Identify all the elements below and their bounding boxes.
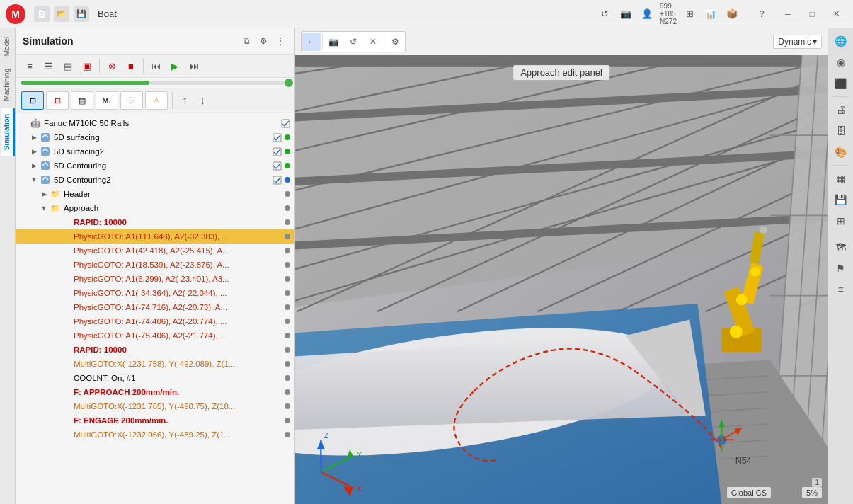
grid-3d-icon[interactable]: ⊞ (831, 211, 851, 231)
play-button[interactable]: ▶ (166, 57, 183, 74)
tree-item-pgoto8[interactable]: PhysicGOTO: A1(-75.406), A2(-21.774), ..… (16, 328, 294, 343)
expand-icon-surf2[interactable]: ▶ (30, 147, 38, 156)
tree-item-pgoto1[interactable]: PhysicGOTO: A1(111.648), A2(-32.383), ..… (16, 229, 294, 244)
highlight-button[interactable]: ▣ (79, 57, 96, 74)
more-icon[interactable]: ⋮ (273, 34, 287, 48)
camera-tool[interactable]: 📷 (617, 5, 635, 23)
tree-item-pgoto7[interactable]: PhysicGOTO: A1(-74.406), A2(-20.774), ..… (16, 314, 294, 328)
m1-button[interactable]: M₁ (96, 91, 118, 110)
tree-item-robot[interactable]: 🤖Fanuc M710IC 50 Rails (16, 116, 294, 130)
item-icon-pgoto7 (59, 316, 71, 327)
tree-item-mgoto3[interactable]: MultiGOTO:X(-1232.066), Y(-489.25), Z(1.… (16, 428, 294, 442)
rotate-left-tool[interactable]: ↺ (595, 5, 614, 23)
map-icon[interactable]: 🗺 (831, 237, 851, 257)
tree-item-fengage[interactable]: F: ENGAGE 200mm/min. (16, 413, 294, 428)
expand-icon-cont1[interactable]: ▶ (30, 161, 38, 170)
person-tool[interactable]: 👤 (638, 5, 656, 23)
tree-item-mgoto2[interactable]: MultiGOTO:X(-1231.765), Y(-490.75), Z(18… (16, 399, 294, 413)
minimize-button[interactable]: ─ (777, 6, 799, 23)
open-file-button[interactable]: 📂 (54, 6, 69, 22)
maximize-button[interactable]: □ (801, 6, 823, 23)
layers-icon[interactable]: ◉ (831, 52, 851, 72)
view-mode-2-button[interactable]: ⊟ (46, 91, 69, 110)
align-right-button[interactable]: ▤ (59, 57, 76, 74)
item-check-cont2[interactable] (272, 175, 282, 185)
item-check-surf2[interactable] (272, 147, 282, 156)
tree-item-pgoto4[interactable]: PhysicGOTO: A1(6.299), A2(-23.401), A3..… (16, 272, 294, 286)
dynamic-dropdown[interactable]: Dynamic ▾ (773, 35, 822, 49)
tree-item-cont2[interactable]: ▼5D Contouring2 (16, 173, 294, 187)
chart-tool[interactable]: 📊 (702, 5, 720, 23)
progress-thumb[interactable] (285, 79, 293, 87)
next-button[interactable]: ⏭ (185, 57, 202, 74)
tree-item-pgoto6[interactable]: PhysicGOTO: A1(-74.716), A2(-20.73), A..… (16, 300, 294, 314)
item-label-pgoto3: PhysicGOTO: A1(18.539), A2(-23.876), A..… (74, 260, 282, 269)
tree-item-cont1[interactable]: ▶5D Contouring (16, 159, 294, 173)
align-left-button[interactable]: ≡ (21, 57, 38, 74)
tree-item-approach[interactable]: ▼📁Approach (16, 201, 294, 215)
tree-item-pgoto3[interactable]: PhysicGOTO: A1(18.539), A2(-23.876), A..… (16, 258, 294, 272)
viewport-toolbar: ← 📷 ↺ ✕ ⚙ Dynamic ▾ (295, 28, 828, 55)
tree-item-pgoto2[interactable]: PhysicGOTO: A1(42.418), A2(-25.415), A..… (16, 244, 294, 258)
warning-button[interactable]: ⚠ (145, 91, 168, 110)
sidebar-item-model[interactable]: Model (1, 31, 15, 62)
view-mode-3-button[interactable]: ▤ (71, 91, 93, 110)
viewport[interactable]: Approach edit panel (295, 55, 828, 504)
new-file-button[interactable]: 📄 (34, 6, 50, 22)
item-dot-coolnt (285, 375, 290, 381)
expand-icon-pgoto6 (50, 303, 58, 311)
prev-button[interactable]: ⏮ (147, 57, 164, 74)
item-check-robot[interactable] (280, 118, 290, 128)
storage-icon[interactable]: 🗄 (831, 121, 851, 141)
camera-x-button[interactable]: ✕ (364, 33, 382, 51)
progress-bar[interactable] (21, 81, 289, 85)
camera-reset-button[interactable]: ↺ (344, 33, 362, 51)
camera-view-button[interactable]: 📷 (324, 33, 343, 51)
counter-tool[interactable]: 999+185N272 (659, 5, 677, 23)
help-button[interactable]: ? (752, 5, 771, 23)
tree-item-header[interactable]: ▶📁Header (16, 187, 294, 201)
stop-button[interactable]: ■ (122, 57, 139, 74)
tree-item-mgoto1[interactable]: MultiGOTO:X(-1231.758), Y(-492.089), Z(1… (16, 357, 294, 371)
paint-icon[interactable]: 🎨 (831, 142, 851, 162)
layers-bottom-icon[interactable]: ≡ (831, 280, 851, 299)
close-button[interactable]: ✕ (825, 6, 847, 23)
tree-item-pgoto5[interactable]: PhysicGOTO: A1(-34.364), A2(-22.044), ..… (16, 286, 294, 300)
view-mode-1-button[interactable]: ⊞ (21, 91, 44, 110)
settings-icon[interactable]: ⚙ (256, 34, 270, 48)
printer-icon[interactable]: 🖨 (831, 100, 851, 120)
save-cloud-icon[interactable]: 💾 (831, 190, 851, 210)
tree-item-rapid2[interactable]: RAPID: 10000 (16, 343, 294, 357)
viewport-settings-button[interactable]: ⚙ (386, 33, 404, 51)
tree-item-surf1[interactable]: ▶5D surfacing (16, 130, 294, 144)
tree-item-fapproach[interactable]: F: APPROACH 200mm/min. (16, 385, 294, 399)
expand-icon-pgoto4 (50, 275, 58, 283)
expand-icon-approach[interactable]: ▼ (40, 204, 48, 212)
item-check-surf1[interactable] (272, 132, 282, 142)
move-down-button[interactable]: ↓ (195, 93, 210, 108)
package-tool[interactable]: 📦 (723, 5, 741, 23)
expand-icon-cont2[interactable]: ▼ (30, 176, 38, 184)
tree-item-surf2[interactable]: ▶5D surfacing2 (16, 144, 294, 159)
texture-icon[interactable]: ▦ (831, 168, 851, 188)
expand-icon-header[interactable]: ▶ (40, 190, 48, 198)
list-button[interactable]: ☰ (120, 91, 143, 110)
move-up-button[interactable]: ↑ (177, 93, 193, 108)
flag-icon[interactable]: ⚑ (831, 258, 851, 278)
item-dot-mgoto2 (285, 403, 290, 409)
sidebar-item-simulation[interactable]: Simulation (1, 108, 15, 156)
arrow-back-button[interactable]: ← (302, 33, 321, 51)
cube-icon[interactable]: ⬛ (831, 74, 851, 93)
save-file-button[interactable]: 💾 (74, 6, 89, 22)
item-check-cont1[interactable] (272, 161, 282, 171)
align-list-button[interactable]: ☰ (40, 57, 57, 74)
grid-tool[interactable]: ⊞ (680, 5, 699, 23)
sidebar-item-machining[interactable]: Machining (1, 63, 15, 107)
path-icon (40, 132, 51, 143)
tree-item-rapid1[interactable]: RAPID: 10000 (16, 215, 294, 229)
tree-item-coolnt[interactable]: COOLNT: On, #1 (16, 371, 294, 385)
expand-icon-surf1[interactable]: ▶ (30, 133, 38, 142)
copy-icon[interactable]: ⧉ (239, 34, 253, 48)
globe-icon[interactable]: 🌐 (831, 31, 851, 51)
stop-circle-button[interactable]: ⊗ (103, 57, 120, 74)
